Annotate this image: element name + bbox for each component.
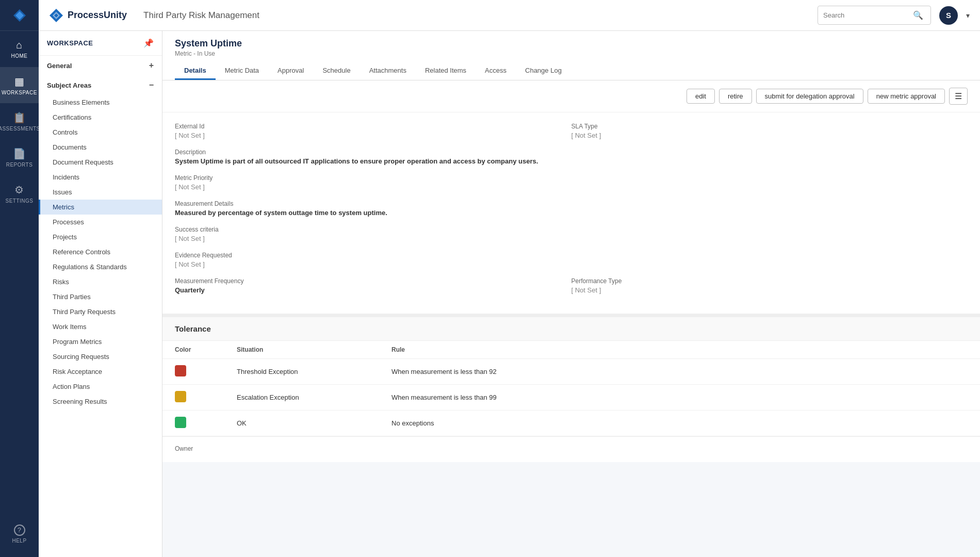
tolerance-color-cell xyxy=(162,385,224,411)
submit-delegation-button[interactable]: submit for delegation approval xyxy=(756,89,863,104)
measurement-frequency-label: Measurement Frequency xyxy=(175,277,571,285)
tab-change-log[interactable]: Change Log xyxy=(516,62,571,80)
sidebar-item-document-requests[interactable]: Document Requests xyxy=(39,155,162,170)
sidebar-item-risk-acceptance[interactable]: Risk Acceptance xyxy=(39,364,162,379)
external-id-value: [ Not Set ] xyxy=(175,132,571,139)
record-tabs: Details Metric Data Approval Schedule At… xyxy=(175,62,968,80)
action-bar: edit retire submit for delegation approv… xyxy=(162,80,980,112)
tab-related-items[interactable]: Related Items xyxy=(416,62,476,80)
external-id-label: External Id xyxy=(175,123,571,130)
record-subtitle: Metric - In Use xyxy=(175,50,968,57)
tolerance-row: OK No exceptions xyxy=(162,411,980,436)
sidebar-item-certifications[interactable]: Certifications xyxy=(39,110,162,125)
nav-item-assessments[interactable]: 📋 ASSESSMENTS xyxy=(0,103,39,139)
field-description: Description System Uptime is part of all… xyxy=(175,149,968,165)
sidebar-general-section[interactable]: General + xyxy=(39,56,162,75)
performance-type-label: Performance Type xyxy=(571,277,968,285)
more-actions-button[interactable]: ☰ xyxy=(949,88,968,105)
sidebar-item-processes[interactable]: Processes xyxy=(39,215,162,230)
field-measurement-details: Measurement Details Measured by percenta… xyxy=(175,200,968,217)
field-measurement-frequency: Measurement Frequency Quarterly xyxy=(175,277,571,294)
user-avatar[interactable]: S xyxy=(939,6,958,25)
top-header: ProcessUnity Third Party Risk Management… xyxy=(39,0,980,31)
nav-item-reports[interactable]: 📄 REPORTS xyxy=(0,139,39,175)
field-row-metric-priority: Metric Priority [ Not Set ] xyxy=(175,174,968,191)
sidebar-item-screening-results[interactable]: Screening Results xyxy=(39,394,162,409)
tab-attachments[interactable]: Attachments xyxy=(360,62,416,80)
tolerance-rule-cell: No exceptions xyxy=(379,411,980,436)
nav-item-settings-label: SETTINGS xyxy=(5,198,33,204)
field-metric-priority: Metric Priority [ Not Set ] xyxy=(175,174,968,191)
record-header: System Uptime Metric - In Use Details Me… xyxy=(162,31,980,80)
nav-item-workspace[interactable]: ▦ WORKSPACE xyxy=(0,67,39,103)
search-input[interactable] xyxy=(823,11,908,19)
sidebar-subject-areas-section[interactable]: Subject Areas − xyxy=(39,75,162,95)
sidebar-item-documents[interactable]: Documents xyxy=(39,140,162,155)
sidebar-item-business-elements[interactable]: Business Elements xyxy=(39,95,162,110)
sidebar-item-work-items[interactable]: Work Items xyxy=(39,319,162,334)
tab-access[interactable]: Access xyxy=(476,62,516,80)
field-row-description: Description System Uptime is part of all… xyxy=(175,149,968,165)
tolerance-color-cell xyxy=(162,359,224,385)
field-success-criteria: Success criteria [ Not Set ] xyxy=(175,226,968,242)
tolerance-table: Color Situation Rule Threshold Exception… xyxy=(162,341,980,436)
field-row-success-criteria: Success criteria [ Not Set ] xyxy=(175,226,968,242)
reports-icon: 📄 xyxy=(13,148,26,160)
main-area: ProcessUnity Third Party Risk Management… xyxy=(39,0,980,557)
nav-item-settings[interactable]: ⚙ SETTINGS xyxy=(0,175,39,211)
field-performance-type: Performance Type [ Not Set ] xyxy=(571,277,968,294)
success-criteria-value: [ Not Set ] xyxy=(175,235,968,242)
new-metric-approval-button[interactable]: new metric approval xyxy=(868,89,945,104)
nav-logo xyxy=(0,0,39,31)
sidebar-item-third-parties[interactable]: Third Parties xyxy=(39,289,162,304)
main-content: System Uptime Metric - In Use Details Me… xyxy=(162,31,980,557)
tab-details[interactable]: Details xyxy=(175,62,216,80)
sidebar-item-risks[interactable]: Risks xyxy=(39,274,162,289)
tolerance-rule-cell: When measurement is less than 99 xyxy=(379,385,980,411)
nav-item-home-label: HOME xyxy=(11,53,28,59)
retire-button[interactable]: retire xyxy=(719,89,752,104)
tolerance-row: Threshold Exception When measurement is … xyxy=(162,359,980,385)
nav-item-help-label: HELP xyxy=(12,538,26,544)
tab-schedule[interactable]: Schedule xyxy=(313,62,360,80)
sidebar-item-controls[interactable]: Controls xyxy=(39,125,162,140)
workspace-label: WORKSPACE xyxy=(47,39,93,47)
sidebar-item-projects[interactable]: Projects xyxy=(39,230,162,244)
description-value: System Uptime is part of all outsourced … xyxy=(175,157,968,165)
nav-item-assessments-label: ASSESSMENTS xyxy=(0,126,40,132)
color-indicator xyxy=(175,365,186,376)
tab-metric-data[interactable]: Metric Data xyxy=(216,62,268,80)
help-icon: ? xyxy=(14,525,25,536)
nav-item-home[interactable]: ⌂ HOME xyxy=(0,31,39,67)
field-external-id: External Id [ Not Set ] xyxy=(175,123,571,139)
detail-section: External Id [ Not Set ] SLA Type [ Not S… xyxy=(162,112,980,314)
sidebar-item-reference-controls[interactable]: Reference Controls xyxy=(39,244,162,259)
tolerance-situation-cell: Escalation Exception xyxy=(224,385,379,411)
description-label: Description xyxy=(175,149,968,156)
logo-area: ProcessUnity xyxy=(49,8,127,23)
general-label: General xyxy=(47,62,72,70)
sidebar-item-action-plans[interactable]: Action Plans xyxy=(39,379,162,394)
field-evidence-requested: Evidence Requested [ Not Set ] xyxy=(175,252,968,268)
settings-icon: ⚙ xyxy=(14,184,24,196)
tab-approval[interactable]: Approval xyxy=(268,62,313,80)
nav-item-workspace-label: WORKSPACE xyxy=(2,90,37,95)
nav-item-help[interactable]: ? HELP xyxy=(0,516,39,552)
sidebar-item-incidents[interactable]: Incidents xyxy=(39,170,162,185)
sidebar-item-program-metrics[interactable]: Program Metrics xyxy=(39,334,162,349)
workspace-icon: ▦ xyxy=(14,75,25,88)
edit-button[interactable]: edit xyxy=(687,89,715,104)
sla-type-label: SLA Type xyxy=(571,123,968,130)
sidebar-item-regulations-standards[interactable]: Regulations & Standards xyxy=(39,259,162,274)
search-button[interactable]: 🔍 xyxy=(911,8,925,22)
performance-type-value: [ Not Set ] xyxy=(571,286,968,294)
field-sla-type: SLA Type [ Not Set ] xyxy=(571,123,968,139)
pin-icon[interactable]: 📌 xyxy=(143,38,154,48)
user-chevron-icon[interactable]: ▾ xyxy=(966,11,970,20)
sidebar-item-third-party-requests[interactable]: Third Party Requests xyxy=(39,304,162,319)
sidebar-item-sourcing-requests[interactable]: Sourcing Requests xyxy=(39,349,162,364)
sidebar-item-metrics[interactable]: Metrics xyxy=(39,200,162,215)
search-box[interactable]: 🔍 xyxy=(818,6,931,25)
nav-item-reports-label: REPORTS xyxy=(6,162,33,168)
sidebar-item-issues[interactable]: Issues xyxy=(39,185,162,200)
